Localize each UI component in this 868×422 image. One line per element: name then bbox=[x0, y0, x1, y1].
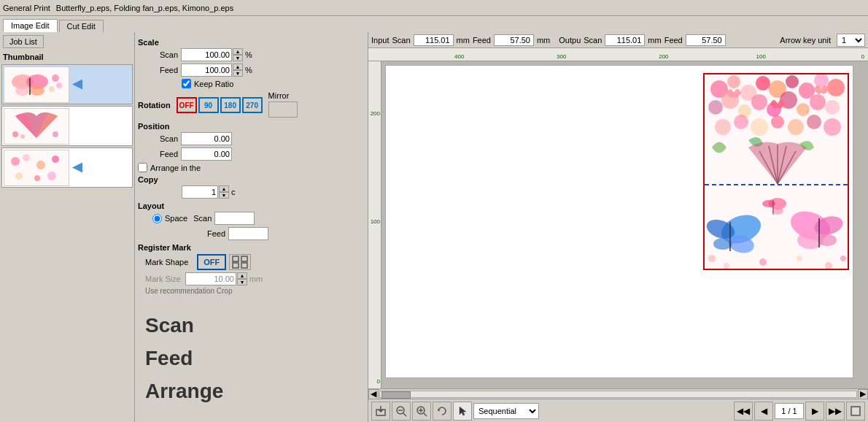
ruler-v: 200 100 0 bbox=[368, 61, 381, 388]
svg-point-32 bbox=[799, 83, 815, 99]
svg-point-20 bbox=[47, 172, 56, 180]
mark-size-label: Mark Size bbox=[145, 275, 181, 283]
thumbnail-img-3 bbox=[4, 150, 69, 186]
left-panel: Job List Thumbnail bbox=[0, 32, 135, 422]
register-mark-label: Register Mark bbox=[138, 243, 365, 252]
svg-point-29 bbox=[756, 76, 770, 91]
svg-point-7 bbox=[56, 83, 62, 88]
rotation-off-btn[interactable]: OFF bbox=[177, 97, 197, 113]
zoom-out-btn[interactable] bbox=[392, 402, 411, 421]
mark-size-up[interactable]: ▲ bbox=[237, 272, 247, 279]
scroll-bar-h[interactable]: ◀ ▶ bbox=[368, 388, 868, 399]
right-panel: Input Scan 115.01 mm Feed 57.50 mm Outpu… bbox=[368, 32, 868, 422]
last-page-btn[interactable]: ▶▶ bbox=[826, 402, 845, 421]
thumbnail-item-2[interactable] bbox=[1, 106, 133, 146]
tab-image-edit[interactable]: Image Edit bbox=[3, 19, 58, 32]
mark-size-input[interactable] bbox=[185, 272, 236, 285]
mark-size-down[interactable]: ▼ bbox=[237, 279, 247, 285]
scroll-left-btn[interactable]: ◀ bbox=[368, 389, 379, 399]
scroll-right-btn[interactable]: ▶ bbox=[858, 389, 868, 399]
fullscreen-btn[interactable] bbox=[846, 402, 865, 421]
feed-layout-input[interactable] bbox=[228, 227, 268, 240]
ruler-tick-100: 100 bbox=[756, 53, 766, 60]
copy-unit: c bbox=[231, 188, 236, 196]
selected-arrow-3 bbox=[72, 163, 82, 173]
svg-point-6 bbox=[52, 74, 59, 82]
scan-big-label: Scan bbox=[145, 310, 365, 342]
scan-scale-up[interactable]: ▲ bbox=[233, 48, 243, 55]
layout-label: Layout bbox=[138, 202, 365, 210]
rotation-90-btn[interactable]: 90 bbox=[198, 97, 219, 113]
input-feed-val: 57.50 bbox=[494, 34, 534, 46]
svg-point-27 bbox=[727, 75, 740, 88]
feed-pos-input[interactable] bbox=[181, 147, 232, 161]
scan-layout-label: Scan bbox=[193, 214, 212, 223]
svg-rect-21 bbox=[233, 256, 239, 261]
arrow-key-select[interactable]: 1 5 10 bbox=[837, 34, 865, 47]
output-feed-ml: Feed bbox=[664, 36, 683, 45]
mark-grid-btn[interactable] bbox=[229, 254, 251, 270]
refresh-btn[interactable] bbox=[433, 402, 452, 421]
rotation-270-btn[interactable]: 270 bbox=[242, 97, 263, 113]
sequential-select[interactable]: Sequential bbox=[473, 403, 539, 419]
prev-page-btn[interactable]: ◀ bbox=[754, 402, 773, 421]
middle-panel: Scale Scan ▲ ▼ % Feed ▲ ▼ bbox=[135, 32, 368, 422]
svg-point-35 bbox=[708, 100, 723, 115]
job-list-tab[interactable]: Job List bbox=[3, 35, 44, 48]
canvas-inner[interactable] bbox=[381, 61, 868, 388]
measure-bar: Input Scan 115.01 mm Feed 57.50 mm Outpu… bbox=[368, 32, 868, 48]
svg-line-79 bbox=[403, 413, 406, 416]
scan-scale-down[interactable]: ▼ bbox=[233, 55, 243, 61]
feed-scale-up[interactable]: ▲ bbox=[233, 64, 243, 70]
zoom-in-btn[interactable] bbox=[412, 402, 431, 421]
feed-scale-label: Feed bbox=[138, 66, 178, 74]
input-scan-unit: mm bbox=[457, 36, 470, 45]
ruler-tick-v-100: 100 bbox=[371, 218, 380, 225]
ruler-tick-200: 200 bbox=[659, 53, 668, 60]
scan-pos-label: Scan bbox=[138, 134, 178, 143]
scroll-thumb-h[interactable] bbox=[381, 391, 411, 399]
export-btn[interactable] bbox=[371, 402, 390, 421]
output-scan-val: 115.01 bbox=[605, 34, 645, 46]
svg-point-3 bbox=[15, 85, 30, 96]
recommend-text: Use recommendation Crop bbox=[145, 287, 365, 295]
copy-up[interactable]: ▲ bbox=[219, 185, 229, 192]
app-title: General Print bbox=[3, 4, 50, 12]
copy-input[interactable] bbox=[182, 185, 218, 199]
keep-ratio-checkbox[interactable] bbox=[182, 79, 191, 88]
space-radio[interactable] bbox=[152, 214, 162, 223]
rotation-180-btn[interactable]: 180 bbox=[220, 97, 241, 113]
copy-down[interactable]: ▼ bbox=[219, 192, 229, 199]
next-page-btn[interactable]: ▶ bbox=[805, 402, 824, 421]
arrange-label: Arrange in the bbox=[150, 164, 201, 172]
feed-scale-input[interactable] bbox=[181, 64, 232, 77]
files-title: Butterfly_p.eps, Folding fan_p.eps, Kimo… bbox=[56, 4, 233, 12]
scan-scale-input[interactable] bbox=[181, 48, 232, 61]
svg-point-8 bbox=[49, 86, 55, 92]
output-scan-unit: mm bbox=[648, 36, 661, 45]
svg-point-73 bbox=[759, 258, 767, 266]
feed-scale-down[interactable]: ▼ bbox=[233, 70, 243, 77]
scale-label: Scale bbox=[138, 38, 365, 47]
top-bar: General Print Butterfly_p.eps, Folding f… bbox=[0, 0, 868, 16]
feed-ml: Feed bbox=[473, 36, 491, 45]
scan-pos-input[interactable] bbox=[181, 132, 232, 145]
svg-point-60 bbox=[713, 238, 732, 250]
mark-off-btn[interactable]: OFF bbox=[197, 254, 226, 270]
svg-point-4 bbox=[30, 85, 44, 96]
svg-rect-86 bbox=[853, 408, 859, 414]
tab-cut-edit[interactable]: Cut Edit bbox=[59, 20, 104, 32]
scroll-track-h[interactable] bbox=[379, 391, 857, 398]
thumbnail-item-1[interactable] bbox=[1, 64, 133, 104]
cursor-btn[interactable] bbox=[453, 402, 472, 421]
thumbnail-item-3[interactable] bbox=[1, 147, 133, 188]
scan-layout-input[interactable] bbox=[214, 212, 255, 225]
output-scan-ml: Scan bbox=[584, 36, 602, 45]
svg-point-74 bbox=[797, 256, 802, 261]
first-page-btn[interactable]: ◀◀ bbox=[734, 402, 753, 421]
arrange-checkbox[interactable] bbox=[138, 163, 147, 172]
bottom-toolbar: Sequential ◀◀ ◀ 1 / 1 ▶ ▶▶ bbox=[368, 399, 868, 422]
svg-point-18 bbox=[15, 172, 23, 180]
page-indicator: 1 / 1 bbox=[775, 403, 804, 419]
keep-ratio-label: Keep Ratio bbox=[194, 80, 233, 88]
